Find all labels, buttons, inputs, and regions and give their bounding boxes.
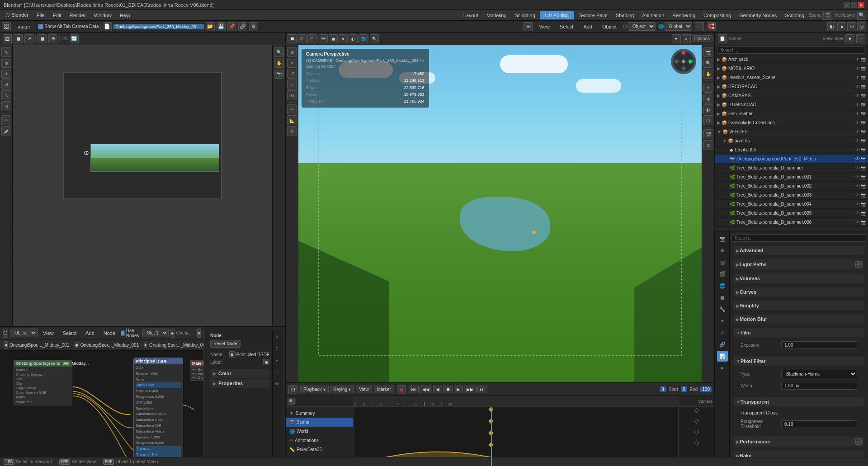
vp-cam-btn[interactable]: 📷 bbox=[703, 47, 713, 57]
navigation-gizmo[interactable]: Z X bbox=[671, 49, 698, 76]
props-tab-scene[interactable]: 🎬 bbox=[717, 268, 728, 279]
props-tab-output[interactable]: 🖥 bbox=[717, 245, 728, 256]
blender-menu[interactable]: ⬡ Blender bbox=[2, 11, 32, 19]
transform-tool-btn[interactable]: ⟲ bbox=[287, 90, 297, 100]
ol-empty004[interactable]: ◆ Empty.004 👁📷 bbox=[715, 146, 868, 155]
vp-overlay-btn[interactable]: ⊙ bbox=[703, 140, 713, 150]
props-tab-particles[interactable]: ✦ bbox=[717, 315, 728, 326]
open-file-icon[interactable]: 📂 bbox=[206, 22, 215, 31]
timeline-search-icon[interactable]: 🔍 bbox=[288, 398, 295, 405]
timeline-icon[interactable]: ⏱ bbox=[288, 385, 297, 394]
ol-arvores[interactable]: ▼ 📦 arvores 👁📷 bbox=[715, 137, 868, 146]
viewport-object-menu[interactable]: Object bbox=[599, 23, 620, 30]
ol-iluminacao[interactable]: ▶ 📦 ILUMINACAO 👁📷 bbox=[715, 100, 868, 109]
uv-canvas[interactable]: ⊕ ↖ ⊕ ✦ ↺ ⤡ ⟲ ✏ 💉 🔍 ✋ 📷 bbox=[0, 45, 285, 326]
play-btn[interactable]: ▶ bbox=[454, 386, 463, 393]
layout-tab[interactable]: Layout bbox=[460, 12, 482, 19]
ol-tree-6[interactable]: 🌿 Tree_Betula-pendula_D_summer.006 👁📷 bbox=[715, 218, 868, 227]
uv-pivot[interactable]: ⊕ bbox=[48, 34, 57, 43]
material-icon[interactable]: ● bbox=[170, 329, 175, 338]
step-back-btn[interactable]: ◀◀ bbox=[420, 386, 432, 393]
rotate-tool[interactable]: ↺ bbox=[1, 80, 11, 89]
animation-tab[interactable]: Animation bbox=[638, 12, 668, 19]
breadcrumb-item-3[interactable]: OnetangiSpor..._Midday_001 bbox=[149, 343, 208, 348]
label-icon[interactable]: ◼ bbox=[263, 359, 269, 365]
playhead[interactable] bbox=[491, 407, 492, 466]
ol-geoscatter[interactable]: ▶ 📦 Geo-Scatter 👁📷 bbox=[715, 109, 868, 118]
jump-start-btn[interactable]: ⏮ bbox=[409, 386, 419, 393]
vp-icon-2[interactable]: ⊞ bbox=[297, 34, 307, 43]
add-btn[interactable]: ➕ bbox=[287, 126, 297, 136]
color-section[interactable]: ▶ Color bbox=[210, 369, 269, 378]
ol-onetangi-cam[interactable]: 📷 OnetangiSportsgroundPark_360_Midda 👁📷 bbox=[715, 155, 868, 164]
transform-tool[interactable]: ⟲ bbox=[1, 101, 11, 111]
vp-render-btn[interactable]: ◐ bbox=[703, 104, 713, 114]
props-tab-object[interactable]: ◼ bbox=[717, 292, 728, 303]
node-editor-icon[interactable]: ⬡ bbox=[3, 329, 8, 338]
ol-tree-1[interactable]: 🌿 Tree_Betula-pendula_D_summer.001 👁📷 bbox=[715, 173, 868, 182]
save-file-icon[interactable]: 💾 bbox=[217, 22, 226, 31]
file-icon[interactable]: 📄 bbox=[103, 22, 112, 31]
vp-icon-1[interactable]: 🔲 bbox=[288, 34, 297, 43]
viewport-add-menu[interactable]: Add bbox=[580, 23, 596, 30]
track-ruler[interactable]: 📏 RulerData3D bbox=[286, 445, 353, 454]
exposure-input[interactable]: 1.00 bbox=[781, 341, 857, 349]
ol-decoracao[interactable]: ▶ 📦 DECORACAO 👁📷 bbox=[715, 82, 868, 91]
outliner-icon[interactable]: 📋 bbox=[718, 34, 727, 43]
search-icon[interactable]: 🔍 bbox=[857, 11, 866, 20]
viewport-mode-dropdown[interactable]: Object bbox=[628, 22, 656, 31]
ol-tree-5[interactable]: 🌿 Tree_Betula-pendula_D_summer.005 👁📷 bbox=[715, 209, 868, 218]
props-search[interactable] bbox=[731, 234, 866, 242]
help-menu[interactable]: Help bbox=[116, 12, 134, 19]
ol-verdes[interactable]: ▼ 📦 VERDES 👁📷 bbox=[715, 127, 868, 137]
node-canvas[interactable]: OnetangiSportsground_360_Midday... Alpha… bbox=[0, 351, 203, 466]
node-node-menu[interactable]: Node bbox=[100, 329, 119, 337]
filter-type-dropdown[interactable]: Blackman-Harris bbox=[781, 370, 857, 378]
node-extra-icon[interactable]: ≡ bbox=[197, 329, 201, 338]
camera-icon[interactable]: 📷 bbox=[274, 69, 284, 79]
vp-icon-4[interactable]: 📷 bbox=[319, 34, 328, 43]
curves-section-header[interactable]: ▶ Curves bbox=[733, 287, 864, 297]
properties-section[interactable]: ▶ Properties bbox=[210, 379, 269, 388]
breadcrumb-back[interactable]: ◀ bbox=[4, 341, 8, 348]
performance-section-header[interactable]: ▶ Performance ≡ bbox=[733, 437, 864, 447]
breadcrumb-icon-2[interactable]: ◆ bbox=[75, 342, 79, 348]
rotate-tool-btn[interactable]: ↺ bbox=[287, 69, 297, 79]
uv-view-icon[interactable]: 🖼 bbox=[3, 34, 12, 43]
geometry-nodes-tab[interactable]: Geometry Nodes bbox=[736, 12, 780, 19]
vp-icon-7[interactable]: ◐ bbox=[349, 34, 358, 43]
render-mode-icon[interactable]: ◐ bbox=[827, 22, 836, 31]
node-add-menu[interactable]: Add bbox=[82, 329, 98, 337]
use-nodes-check[interactable]: Use Nodes bbox=[121, 328, 141, 338]
props-tab-world[interactable]: 🌐 bbox=[717, 280, 728, 291]
ol-mobiliario[interactable]: ▶ 📦 MOBILIARIO 👁📷 bbox=[715, 64, 868, 73]
film-section-header[interactable]: ▼ Film bbox=[733, 328, 864, 337]
vp-icon-5[interactable]: ◼ bbox=[329, 34, 338, 43]
node-tab-2[interactable]: T bbox=[272, 343, 283, 354]
vp-options-icon[interactable]: ≡ bbox=[682, 34, 691, 43]
select-tool[interactable]: ↖ bbox=[1, 47, 11, 57]
node-tab-4[interactable]: O bbox=[272, 367, 283, 377]
marker-dropdown[interactable]: Marker bbox=[374, 386, 394, 393]
ol-tree-7[interactable]: 🌿 Tree_Betula-pendula_D_summer.007 👁📷 bbox=[715, 227, 868, 228]
uv-editing-tab[interactable]: UV Editing bbox=[540, 11, 574, 19]
reset-node-button[interactable]: Reset Node bbox=[210, 340, 241, 348]
uv-editor-icon[interactable]: 🖼 bbox=[2, 22, 11, 31]
use-nodes-checkbox[interactable] bbox=[121, 330, 125, 336]
breadcrumb-icon-3[interactable]: ● bbox=[144, 342, 147, 348]
motion-blur-section-header[interactable]: ▶ Motion Blur bbox=[733, 315, 864, 324]
stop-btn[interactable]: ⏹ bbox=[443, 386, 453, 393]
zoom-in-icon[interactable]: 🔍 bbox=[274, 47, 284, 57]
maximize-button[interactable]: □ bbox=[851, 2, 857, 8]
jump-end-btn[interactable]: ⏭ bbox=[477, 386, 487, 393]
track-annotations[interactable]: ✏ Annotations bbox=[286, 436, 353, 445]
ol-imeshin[interactable]: ▶ 📦 Imeshin_Assets_Scene 👁📷 bbox=[715, 73, 868, 82]
step-fwd-btn[interactable]: ▶▶ bbox=[464, 386, 476, 393]
props-tab-render[interactable]: 📷 bbox=[717, 233, 728, 244]
vp-pan-btn[interactable]: ✋ bbox=[703, 69, 713, 79]
texture-node[interactable]: OnetangiSportsground_360_Midday... Alpha… bbox=[14, 360, 72, 405]
scene-icon[interactable]: 🎬 bbox=[823, 11, 832, 20]
file-menu[interactable]: File bbox=[33, 12, 48, 19]
close-button[interactable]: ✕ bbox=[858, 2, 864, 8]
vp-filter-icon[interactable]: ▼ bbox=[672, 34, 681, 43]
